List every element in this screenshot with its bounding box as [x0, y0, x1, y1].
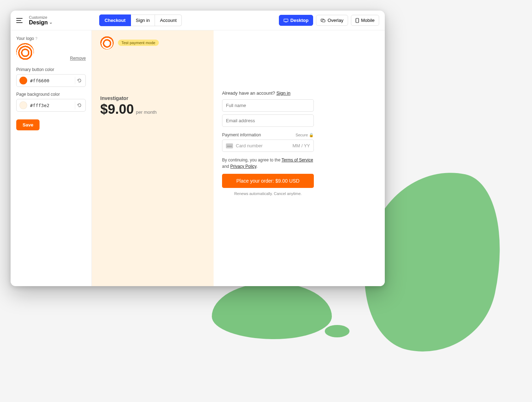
- signin-link[interactable]: Sign in: [276, 90, 291, 96]
- lock-icon: 🔒: [309, 133, 314, 137]
- bg-color-label: Page background color: [16, 92, 86, 97]
- customize-sidebar: Your logo ? Remove Primary button color …: [11, 30, 92, 286]
- preview-summary-panel: Test payment mode Investigator $9.00 per…: [92, 30, 214, 286]
- view-overlay-label: Overlay: [328, 18, 343, 23]
- payment-info-label: Payment information: [222, 132, 261, 137]
- app-header: Customize Design ⌄ Checkout Sign in Acco…: [11, 11, 385, 30]
- breadcrumb-parent: Customize: [29, 15, 53, 19]
- view-desktop[interactable]: Desktop: [279, 15, 313, 26]
- breadcrumb: Customize Design ⌄: [29, 15, 53, 26]
- email-field[interactable]: [222, 114, 314, 127]
- mobile-icon: [355, 18, 359, 23]
- save-button[interactable]: Save: [16, 119, 40, 130]
- svg-rect-0: [284, 19, 288, 22]
- breadcrumb-current[interactable]: Design ⌄: [29, 19, 53, 26]
- decorative-blob: [325, 325, 349, 337]
- merchant-logo: [99, 35, 115, 51]
- svg-rect-3: [322, 20, 325, 22]
- page-tabs: Checkout Sign in Account: [99, 14, 182, 26]
- primary-color-label: Primary button color: [16, 67, 86, 72]
- terms-of-service-link[interactable]: Terms of Service: [282, 158, 313, 162]
- app-body: Your logo ? Remove Primary button color …: [11, 30, 385, 286]
- terms-text: By continuing, you agree to the Terms of…: [222, 157, 314, 170]
- overlay-icon: [321, 19, 325, 22]
- already-account-text: Already have an account? Sign in: [222, 90, 314, 96]
- card-expiry-placeholder: MM / YY: [292, 143, 310, 148]
- preview-form-panel: Already have an account? Sign in Payment…: [214, 30, 385, 286]
- logo-label: Your logo: [16, 36, 34, 41]
- decorative-blob: [212, 283, 332, 339]
- chevron-down-icon: ⌄: [49, 20, 53, 25]
- full-name-field[interactable]: [222, 99, 314, 112]
- primary-color-swatch: [19, 77, 27, 84]
- desktop-icon: [283, 19, 288, 22]
- breadcrumb-current-label: Design: [29, 19, 48, 26]
- view-mode-tabs: Desktop Overlay Mobile: [279, 15, 379, 26]
- view-mobile[interactable]: Mobile: [351, 15, 379, 26]
- svg-rect-4: [356, 18, 359, 23]
- tab-checkout[interactable]: Checkout: [99, 14, 131, 26]
- product-price: $9.00: [100, 102, 134, 117]
- card-number-placeholder: Card number: [236, 143, 289, 148]
- primary-color-input[interactable]: #ff6600: [16, 74, 86, 87]
- card-icon: [226, 143, 233, 148]
- logo-preview: [15, 42, 35, 62]
- menu-icon[interactable]: [16, 16, 25, 25]
- logo-label-row: Your logo ?: [16, 36, 86, 41]
- privacy-policy-link[interactable]: Privacy Policy: [230, 164, 256, 169]
- product-name: Investigator: [100, 95, 205, 101]
- undo-icon: [77, 103, 82, 108]
- bg-color-swatch: [19, 101, 27, 109]
- info-icon[interactable]: ?: [35, 37, 37, 41]
- primary-color-value: #ff6600: [30, 78, 72, 83]
- place-order-button[interactable]: Place your order: $9.00 USD: [222, 174, 314, 188]
- view-mobile-label: Mobile: [361, 18, 375, 23]
- app-window: Customize Design ⌄ Checkout Sign in Acco…: [11, 11, 385, 286]
- bg-color-input[interactable]: #fff3e2: [16, 99, 86, 112]
- remove-logo-link[interactable]: Remove: [70, 56, 86, 61]
- tab-signin[interactable]: Sign in: [131, 14, 155, 26]
- view-overlay[interactable]: Overlay: [316, 15, 348, 26]
- billing-period: per month: [136, 110, 157, 115]
- tab-account[interactable]: Account: [155, 14, 182, 26]
- test-mode-badge: Test payment mode: [118, 40, 159, 46]
- renewal-note: Renews automatically. Cancel anytime.: [222, 191, 314, 196]
- undo-icon: [77, 78, 82, 83]
- card-number-field[interactable]: Card number MM / YY: [222, 140, 314, 152]
- reset-bg-color[interactable]: [75, 101, 83, 109]
- secure-badge: Secure 🔒: [295, 133, 314, 137]
- bg-color-value: #fff3e2: [30, 103, 72, 108]
- reset-primary-color[interactable]: [75, 77, 83, 84]
- checkout-preview: Test payment mode Investigator $9.00 per…: [92, 30, 385, 286]
- view-desktop-label: Desktop: [291, 18, 309, 23]
